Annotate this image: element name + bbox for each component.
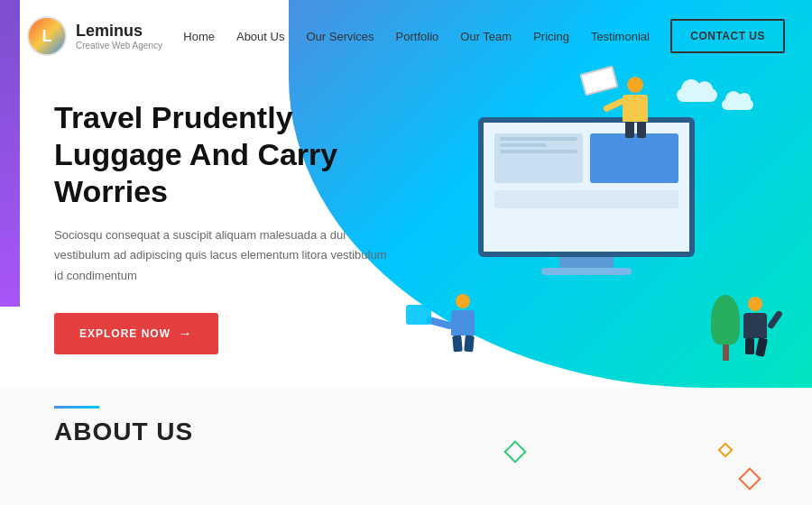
explore-button[interactable]: EXPLORE NOW → [54,313,218,354]
nav-item-about[interactable]: About Us [236,28,284,44]
about-title: ABOUT US [54,418,758,446]
nav-link-testimonial[interactable]: Testimonial [591,30,650,43]
screen-box-left [494,133,583,183]
about-underline [54,406,99,409]
cloud-2 [722,99,753,110]
screen-line [500,137,577,141]
logo-text: Leminus Creative Web Agency [76,22,162,50]
hero-title: Travel Prudently Luggage And Carry Worri… [54,99,397,209]
about-section: ABOUT US [0,388,812,505]
nav-link-team[interactable]: Our Team [460,30,512,43]
screen-box-wide [494,190,678,208]
figure-1 [623,77,648,138]
monitor-base [541,268,632,275]
monitor-screen [478,117,695,257]
screen-line-short [500,143,547,147]
contact-button[interactable]: CONTACT US [670,19,785,53]
nav-links: Home About Us Our Services Portfolio Our… [183,28,650,44]
hero-content: Travel Prudently Luggage And Carry Worri… [54,99,397,354]
screen-lines [494,133,583,160]
navbar: L Leminus Creative Web Agency Home About… [0,0,812,72]
nav-item-team[interactable]: Our Team [460,28,512,44]
hero-description: Sociosqu consequat a suscipit aliquam ma… [54,225,397,285]
nav-item-portfolio[interactable]: Portfolio [396,28,439,44]
nav-item-pricing[interactable]: Pricing [533,28,569,44]
tree [711,295,740,361]
logo-icon: L [27,16,67,56]
monitor-stand [559,257,614,268]
screen-box-right [590,133,678,183]
arrow-icon: → [178,326,193,342]
figure-2 [451,294,475,352]
nav-item-services[interactable]: Our Services [306,28,374,44]
screen-content [484,123,689,219]
screen-line-2 [500,150,577,153]
logo: L Leminus Creative Web Agency [27,16,162,56]
cloud-1 [677,88,717,102]
nav-link-home[interactable]: Home [183,30,215,43]
logo-letter: L [42,27,52,46]
nav-link-about[interactable]: About Us [236,30,284,43]
nav-item-testimonial[interactable]: Testimonial [591,28,650,44]
logo-subtitle: Creative Web Agency [76,41,162,50]
explore-button-label: EXPLORE NOW [79,327,171,340]
nav-link-portfolio[interactable]: Portfolio [396,30,439,43]
logo-name: Leminus [76,22,162,41]
nav-link-services[interactable]: Our Services [306,30,374,43]
figure-3 [743,297,767,356]
nav-link-pricing[interactable]: Pricing [533,30,569,43]
hero-illustration [406,72,794,388]
monitor [478,117,695,275]
nav-item-home[interactable]: Home [183,28,215,44]
